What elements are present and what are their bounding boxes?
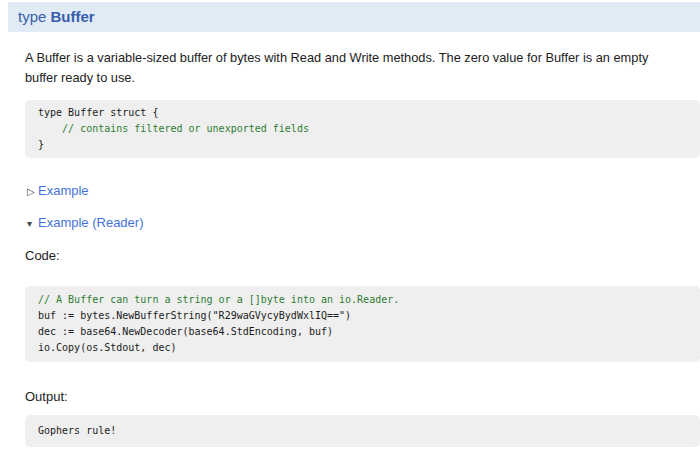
example-code-block: // A Buffer can turn a string or a []byt… (25, 286, 700, 362)
code-label: Code: (25, 249, 700, 262)
triangle-down-icon: ▾ (27, 217, 38, 230)
triangle-right-icon: ▷ (27, 185, 38, 198)
example-toggle-expanded[interactable]: ▾Example (Reader) (27, 216, 700, 230)
type-heading-link[interactable]: type Buffer (18, 8, 95, 25)
example-toggle-collapsed[interactable]: ▷Example (27, 184, 700, 198)
code-line: io.Copy(os.Stdout, dec) (38, 342, 176, 353)
type-declaration-code: type Buffer struct { // contains filtere… (25, 100, 700, 158)
output-block: Gophers rule! (25, 415, 700, 447)
type-keyword: type (18, 8, 46, 25)
output-text: Gophers rule! (38, 425, 116, 436)
code-line: } (38, 139, 44, 150)
code-line: type Buffer struct { (38, 107, 158, 118)
example-reader-link-label: Example (Reader) (38, 215, 144, 230)
code-line: dec := base64.NewDecoder(base64.StdEncod… (38, 326, 333, 337)
type-description: A Buffer is a variable-sized buffer of b… (25, 48, 680, 88)
example-link-label: Example (38, 183, 89, 198)
type-name: Buffer (51, 8, 95, 25)
code-comment-line: // A Buffer can turn a string or a []byt… (38, 294, 399, 305)
type-heading: type Buffer (8, 2, 700, 32)
output-label: Output: (25, 390, 700, 403)
code-line: buf := bytes.NewBufferString("R29waGVycy… (38, 310, 351, 321)
code-comment-line: // contains filtered or unexported field… (38, 123, 309, 134)
